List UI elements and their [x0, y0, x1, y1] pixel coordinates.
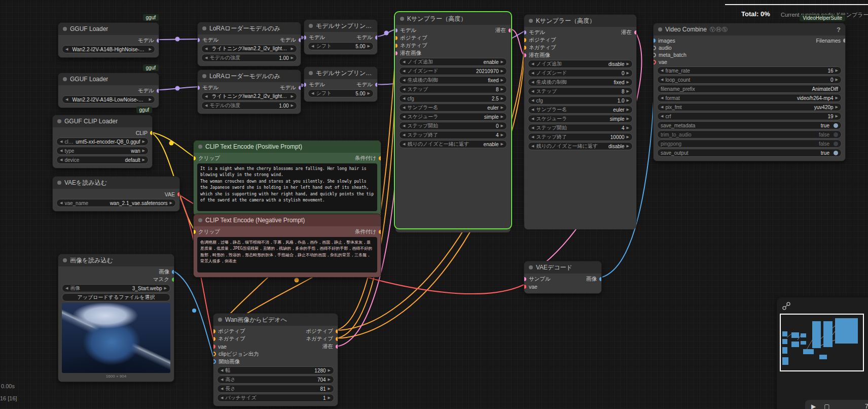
collapse-dot-icon[interactable]: [529, 19, 533, 23]
node-header[interactable]: LoRAローダーモデルのみ: [198, 22, 301, 35]
output-slot-マスク[interactable]: マスク: [153, 276, 169, 283]
decrement-arrow-icon[interactable]: ◀: [205, 47, 207, 51]
decrement-arrow-icon[interactable]: ◀: [60, 201, 62, 205]
canvas-controls[interactable]: ▶ ▢ 70%: [805, 400, 868, 409]
output-slot-モデル[interactable]: モデル: [356, 34, 373, 41]
decrement-arrow-icon[interactable]: ◀: [531, 62, 534, 66]
output-slot-Filenames[interactable]: Filenames: [816, 38, 841, 44]
decrement-arrow-icon[interactable]: ◀: [661, 69, 663, 73]
widget-高さ[interactable]: ◀高さ704▶: [217, 376, 334, 384]
output-slot-画像[interactable]: 画像: [586, 276, 597, 283]
decrement-arrow-icon[interactable]: ◀: [403, 115, 405, 119]
output-slot-モデル[interactable]: モデル: [138, 87, 154, 94]
decrement-arrow-icon[interactable]: ◀: [661, 105, 663, 109]
output-slot-ネガティブ[interactable]: ネガティブ: [306, 335, 333, 343]
decrement-arrow-icon[interactable]: ◀: [65, 47, 68, 51]
upload-file-button[interactable]: アップロードするファイルを選択: [62, 293, 170, 301]
increment-arrow-icon[interactable]: ▶: [627, 98, 629, 103]
collapse-dot-icon[interactable]: [218, 318, 222, 322]
output-slot-潜在[interactable]: 潜在: [621, 29, 632, 36]
decrement-arrow-icon[interactable]: ◀: [221, 387, 223, 391]
input-slot-audio[interactable]: audio: [658, 45, 672, 51]
widget-cfg[interactable]: ◀cfg2.5▶: [399, 94, 507, 103]
increment-arrow-icon[interactable]: ▶: [142, 158, 145, 162]
node-header[interactable]: LoRAローダーモデルのみ: [198, 70, 301, 82]
prompt-textarea[interactable]: It is a night when the cherry blossoms a…: [197, 163, 377, 211]
widget-幅[interactable]: ◀幅1280▶: [217, 366, 334, 374]
increment-arrow-icon[interactable]: ▶: [328, 368, 331, 372]
collapse-dot-icon[interactable]: [529, 265, 533, 269]
node-ks2[interactable]: Kサンプラー（高度）モデル潜在ポジティブネガティブ潜在画像◀ノイズ追加disab…: [524, 14, 637, 225]
widget-cfg[interactable]: ◀cfg1.0▶: [528, 96, 633, 105]
increment-arrow-icon[interactable]: ▶: [291, 47, 294, 51]
node-header[interactable]: Kサンプラー（高度）: [395, 13, 511, 25]
decrement-arrow-icon[interactable]: ◀: [65, 97, 68, 101]
output-slot-VAE[interactable]: VAE: [165, 191, 175, 197]
decrement-arrow-icon[interactable]: ◀: [403, 60, 405, 64]
widget-ステップ[interactable]: ◀ステップ8▶: [528, 87, 633, 95]
widget-ノイズ追加[interactable]: ◀ノイズ追加enable▶: [399, 58, 507, 66]
collapse-dot-icon[interactable]: [198, 218, 202, 222]
increment-arrow-icon[interactable]: ▶: [627, 144, 629, 148]
input-slot-ネガティブ[interactable]: ネガティブ: [400, 42, 427, 49]
widget-モデルの強度[interactable]: ◀モデルの強度1.00▶: [201, 54, 297, 62]
increment-arrow-icon[interactable]: ▶: [627, 89, 629, 93]
increment-arrow-icon[interactable]: ▶: [627, 135, 629, 139]
input-slot-クリップ[interactable]: クリップ: [198, 155, 220, 162]
node-vc[interactable]: VideoHelperSuiteVideo CombineⓋⒽⓈ?imagesF…: [653, 23, 846, 161]
output-slot-潜在[interactable]: 潜在: [322, 343, 333, 350]
node-ggufclip[interactable]: ggufGGUF CLIP LoaderCLIP◀clip...umt5-xxl…: [52, 115, 153, 168]
decrement-arrow-icon[interactable]: ◀: [205, 94, 207, 98]
decrement-arrow-icon[interactable]: ◀: [403, 69, 405, 73]
increment-arrow-icon[interactable]: ▶: [328, 378, 331, 382]
increment-arrow-icon[interactable]: ▶: [291, 94, 294, 98]
decrement-arrow-icon[interactable]: ◀: [531, 98, 534, 103]
decrement-arrow-icon[interactable]: ◀: [531, 71, 534, 75]
input-slot-images[interactable]: images: [658, 38, 675, 44]
widget-シフト[interactable]: ◀シフト5.00▶: [308, 89, 374, 97]
output-slot-モデル[interactable]: モデル: [138, 37, 154, 44]
widget-画像[interactable]: ◀画像3_Start.webp▶: [62, 284, 170, 292]
widget-value[interactable]: ◀Wan2.2-I2V-A14B-LowNoise-Q6 ...▶: [62, 95, 155, 104]
output-slot-CLIP[interactable]: CLIP: [136, 130, 148, 136]
toggle-trim_to_audio[interactable]: trim_to_audiofalse: [657, 130, 842, 139]
node-header[interactable]: GGUF CLIP Loader: [53, 115, 152, 127]
widget-生成後の制御[interactable]: ◀生成後の制御fixed▶: [528, 78, 633, 86]
decrement-arrow-icon[interactable]: ◀: [531, 89, 534, 93]
increment-arrow-icon[interactable]: ▶: [368, 91, 370, 95]
decrement-arrow-icon[interactable]: ◀: [531, 126, 534, 130]
widget-type[interactable]: ◀typewan▶: [56, 147, 149, 155]
increment-arrow-icon[interactable]: ▶: [627, 126, 629, 130]
decrement-arrow-icon[interactable]: ◀: [661, 114, 663, 118]
node-neg[interactable]: CLIP Text Encode (Negative Prompt)クリップ条件…: [193, 214, 381, 278]
decrement-arrow-icon[interactable]: ◀: [311, 91, 314, 95]
widget-format[interactable]: ◀formatvideo/h264-mp4▶: [657, 94, 842, 102]
increment-arrow-icon[interactable]: ▶: [501, 115, 503, 119]
widget-ステップ終了[interactable]: ◀ステップ終了10000▶: [528, 133, 633, 141]
decrement-arrow-icon[interactable]: ◀: [403, 142, 405, 146]
decrement-arrow-icon[interactable]: ◀: [531, 108, 534, 112]
increment-arrow-icon[interactable]: ▶: [627, 71, 629, 75]
widget-vae_name[interactable]: ◀vae_namewan_2.1_vae.safetensors▶: [56, 199, 176, 207]
widget-モデルの強度[interactable]: ◀モデルの強度1.00▶: [201, 101, 297, 110]
node-header[interactable]: Video CombineⓋⒽⓈ?: [654, 23, 845, 36]
decrement-arrow-icon[interactable]: ◀: [60, 149, 62, 153]
widget-ノイズ追加[interactable]: ◀ノイズ追加disable▶: [528, 60, 633, 68]
widget-長さ[interactable]: ◀長さ81▶: [217, 385, 334, 393]
widget-value[interactable]: ◀Wan2.2-I2V-A14B-HighNoise-Q6 ...▶: [62, 45, 155, 53]
input-slot-ポジティブ[interactable]: ポジティブ: [218, 328, 245, 335]
node-header[interactable]: Kサンプラー（高度）: [524, 15, 636, 27]
widget-ステップ開始[interactable]: ◀ステップ開始4▶: [528, 124, 633, 132]
increment-arrow-icon[interactable]: ▶: [836, 69, 838, 73]
decrement-arrow-icon[interactable]: ◀: [531, 135, 534, 139]
increment-arrow-icon[interactable]: ▶: [627, 62, 629, 66]
widget-loop_count[interactable]: ◀loop_count0▶: [657, 76, 842, 84]
increment-arrow-icon[interactable]: ▶: [291, 104, 294, 108]
node-header[interactable]: CLIP Text Encode (Positive Prompt): [194, 141, 381, 153]
collapse-dot-icon[interactable]: [309, 71, 313, 75]
widget-value[interactable]: ◀ライトニング/wan2.2_i2v_lightx2v ...▶: [201, 45, 297, 53]
increment-arrow-icon[interactable]: ▶: [142, 149, 145, 153]
node-vaedec[interactable]: VAEデコードサンプル画像vae: [524, 261, 602, 294]
increment-arrow-icon[interactable]: ▶: [142, 140, 145, 144]
increment-arrow-icon[interactable]: ▶: [501, 60, 503, 64]
